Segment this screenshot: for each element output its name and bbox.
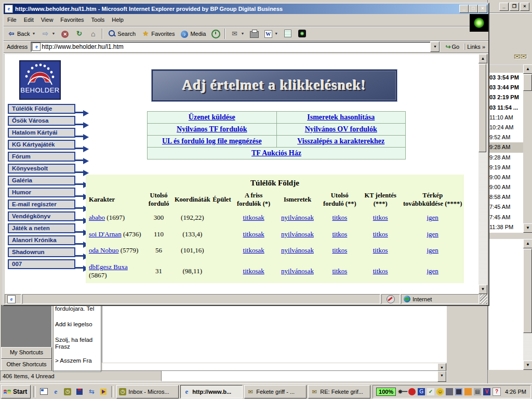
sidebar-item-forum[interactable]: Fórum: [8, 152, 75, 162]
tray-messenger-icon[interactable]: ☺: [436, 388, 444, 395]
list-column-header[interactable]: [488, 64, 524, 73]
resize-grip[interactable]: [480, 294, 487, 304]
menu-view[interactable]: View: [37, 14, 57, 26]
character-link[interactable]: soi D'Arnan: [89, 230, 122, 238]
list-item-selected[interactable]: 9:28 AM: [488, 142, 524, 152]
map-forward-link[interactable]: igen: [427, 214, 438, 221]
sidebar-item-humor[interactable]: Humor: [8, 188, 75, 197]
scroll-up-icon[interactable]: ▲: [523, 239, 532, 248]
floppy-icon[interactable]: [74, 387, 85, 397]
list-item[interactable]: 9:00 AM: [488, 172, 524, 182]
show-desktop-icon[interactable]: [38, 387, 49, 397]
sidebar-item-jatek-a-neten[interactable]: Játék a neten: [8, 223, 75, 233]
fresh-turns-link[interactable]: titkosak: [243, 246, 264, 254]
dropdown-icon[interactable]: ▼: [437, 371, 446, 382]
history-button[interactable]: [209, 28, 222, 39]
back-button[interactable]: ⇦ Back ▼: [5, 28, 38, 39]
link-uzenet-kuldese[interactable]: Üzenet küldése: [189, 113, 235, 121]
go-button[interactable]: ↪ Go: [442, 43, 462, 51]
sidebar-item-shadowrun[interactable]: Shadowrun: [8, 247, 75, 257]
task-ie-beholder[interactable]: e http://www.b...: [180, 385, 243, 398]
outlook-launch-icon[interactable]: ◷: [62, 387, 73, 397]
discuss-button[interactable]: [281, 28, 295, 39]
print-button[interactable]: [247, 28, 261, 39]
menu-help[interactable]: Help: [108, 14, 127, 26]
list-item[interactable]: 03 3:54 PM: [488, 73, 524, 83]
address-dropdown-icon[interactable]: ▼: [430, 42, 440, 52]
fresh-turns-link[interactable]: titkosak: [243, 230, 264, 238]
map-forward-link[interactable]: igen: [427, 267, 438, 275]
sidebar-item-email-regiszter[interactable]: E-mail regiszter: [8, 200, 75, 209]
list-item[interactable]: 9:00 AM: [488, 182, 524, 192]
sidebar-item-galeria[interactable]: Galéria: [8, 176, 75, 185]
banner[interactable]: Adj értelmet a klikkelésnek!: [152, 70, 397, 101]
taskbar-clock[interactable]: 4:26 PM: [505, 389, 526, 395]
search-button[interactable]: Search: [105, 28, 138, 39]
list-item[interactable]: 03 11:54 ...: [488, 103, 524, 113]
links-toolbar[interactable]: Links »: [464, 44, 487, 50]
link-ul-log-file[interactable]: UL és forduló log file megnézése: [162, 137, 262, 145]
scroll-down-icon[interactable]: ▼: [523, 223, 532, 233]
knowledge-link[interactable]: nyilvánosak: [281, 267, 314, 275]
address-input[interactable]: [41, 43, 430, 50]
scrollbar-thumb[interactable]: [478, 64, 486, 152]
scrollbar-thumb[interactable]: [523, 74, 532, 91]
home-button[interactable]: ⌂: [86, 28, 100, 39]
sidebar-item-007[interactable]: 007: [8, 259, 75, 269]
fresh-turns-link[interactable]: titkosak: [243, 214, 264, 221]
title-bar[interactable]: e http://www.beholder.hu/l1.htm - Micros…: [4, 4, 488, 14]
page-scrollbar[interactable]: ▲ ▼: [478, 54, 487, 294]
task-fekete-griff[interactable]: ✉ Fekete griff - ...: [244, 385, 307, 398]
knowledge-link[interactable]: nyilvánosak: [281, 230, 314, 238]
knowledge-link[interactable]: nyilvánosak: [281, 246, 314, 254]
menu-favorites[interactable]: Favorites: [57, 14, 87, 26]
character-link[interactable]: dbEgesz Buxa: [89, 263, 128, 271]
beholder-logo[interactable]: BEHOLDER: [19, 60, 61, 100]
tray-app-icon[interactable]: G: [418, 388, 425, 395]
list-item[interactable]: 03 3:44 PM: [488, 83, 524, 92]
sidebar-item-vendegkonyv[interactable]: Vendégkönyv: [8, 211, 75, 221]
task-inbox[interactable]: ◷ Inbox - Micros...: [116, 385, 179, 398]
last-turn-link[interactable]: titkos: [332, 230, 347, 238]
tray-antivirus-icon[interactable]: ✓: [427, 388, 434, 395]
tray-notes-icon[interactable]: [464, 388, 472, 395]
kt-report-link[interactable]: titkos: [373, 246, 388, 254]
ie-brand-button[interactable]: [295, 28, 309, 39]
list-item[interactable]: 10:24 AM: [488, 123, 524, 132]
restore-icon[interactable]: ❐: [510, 3, 519, 11]
scroll-down-icon[interactable]: ▼: [523, 361, 532, 370]
map-forward-link[interactable]: igen: [427, 230, 438, 238]
stop-button[interactable]: ✕: [58, 28, 72, 39]
edit-button[interactable]: W ▼: [261, 28, 281, 39]
list-item[interactable]: 11:38 PM: [488, 222, 524, 232]
minimize-icon[interactable]: _: [459, 5, 469, 13]
close-icon[interactable]: ×: [478, 5, 487, 13]
tray-display-settings-icon[interactable]: [408, 388, 416, 395]
tray-printer-icon[interactable]: ▤: [474, 388, 481, 395]
close-icon[interactable]: ×: [520, 3, 529, 11]
last-turn-link[interactable]: titkos: [332, 267, 347, 275]
mail-button[interactable]: ✉ ▼: [228, 28, 247, 39]
maximize-icon[interactable]: □: [469, 5, 478, 13]
list-item[interactable]: 7:45 AM: [488, 212, 524, 222]
list-item[interactable]: 9:52 AM: [488, 132, 524, 142]
tray-search-icon[interactable]: ?: [493, 388, 501, 396]
scroll-up-icon[interactable]: ▲: [523, 64, 532, 74]
sidebar-item-konyvesbolt[interactable]: Könyvesbolt: [8, 164, 75, 174]
address-field[interactable]: e ▼: [31, 42, 440, 52]
battery-indicator[interactable]: 100%: [376, 388, 396, 396]
link-ismeretek-hasonlitasa[interactable]: Ismeretek hasonlítása: [307, 113, 375, 121]
menu-file[interactable]: File: [4, 14, 20, 26]
media-player-icon[interactable]: [98, 387, 109, 397]
character-link[interactable]: ababo: [89, 214, 105, 221]
scroll-up-icon[interactable]: ▲: [478, 54, 487, 63]
list-item[interactable]: 03 2:19 PM: [488, 92, 524, 102]
kt-report-link[interactable]: titkos: [373, 214, 388, 221]
sidebar-item-osok-varosa[interactable]: Ősök Városa: [8, 116, 75, 126]
scrollbar-thumb[interactable]: [523, 249, 532, 333]
tray-monitor-icon[interactable]: [455, 388, 462, 395]
reading-pane-scrollbar[interactable]: ▲ ▼: [523, 239, 532, 370]
list-item[interactable]: 9:28 AM: [488, 153, 524, 163]
fresh-turns-link[interactable]: titkosak: [243, 267, 264, 275]
minimize-icon[interactable]: _: [499, 3, 509, 11]
